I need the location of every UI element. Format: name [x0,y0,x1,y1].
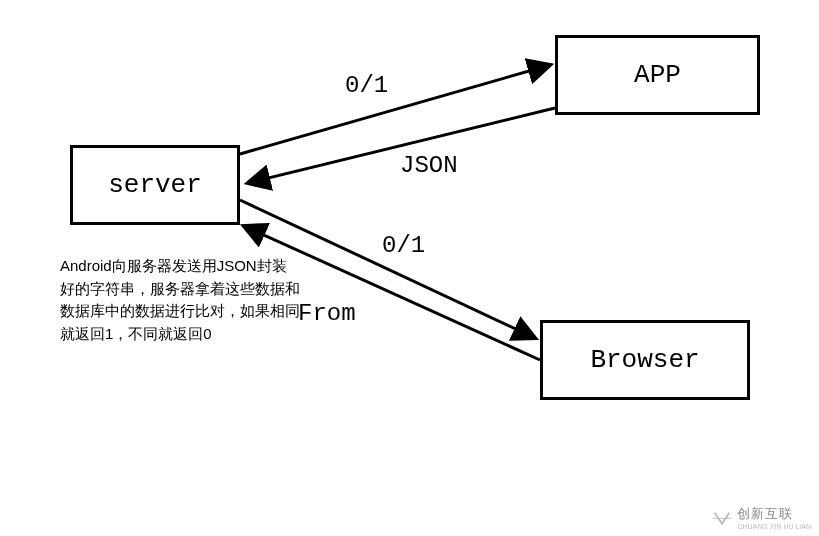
edge-label-server-to-browser: 0/1 [382,232,425,259]
edge-label-app-to-server: JSON [400,152,458,179]
watermark: 创新互联 CHUANG XIN HU LIAN [711,505,811,530]
watermark-logo-icon [711,511,733,525]
app-node: APP [555,35,760,115]
edge-label-server-to-app: 0/1 [345,72,388,99]
watermark-brand: 创新互联 [737,505,811,523]
watermark-sub: CHUANG XIN HU LIAN [737,523,811,530]
browser-label: Browser [590,345,699,375]
server-node: server [70,145,240,225]
server-label: server [108,170,202,200]
arrow-server-to-app [240,65,550,154]
description-text: Android向服务器发送用JSON封装好的字符串，服务器拿着这些数据和数据库中… [60,255,300,345]
app-label: APP [634,60,681,90]
browser-node: Browser [540,320,750,400]
edge-label-browser-to-server: From [298,300,356,327]
